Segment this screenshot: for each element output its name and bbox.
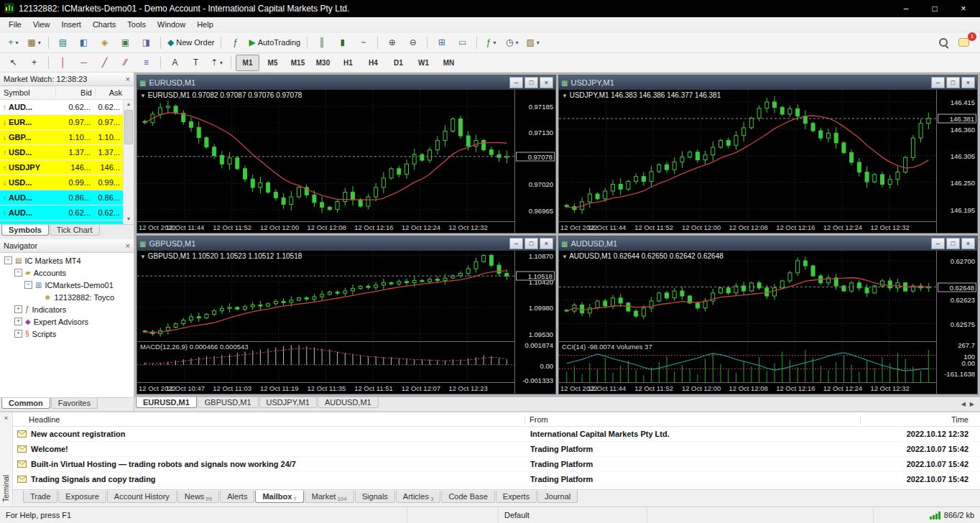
- arrows-button[interactable]: ⇡▾: [207, 55, 226, 71]
- mailbox-message-row[interactable]: Trading Signals and copy trading Trading…: [13, 472, 980, 487]
- mailbox-column-headers[interactable]: Headline From Time: [13, 412, 980, 427]
- column-symbol[interactable]: Symbol: [0, 88, 56, 97]
- autotrading-button[interactable]: ▶AutoTrading: [246, 34, 302, 51]
- chart-minimize-button[interactable]: –: [931, 238, 945, 249]
- terminal-tab-journal[interactable]: Journal: [537, 491, 578, 503]
- menu-file[interactable]: File: [3, 19, 27, 30]
- navigator-tab-common[interactable]: Common: [1, 398, 50, 409]
- navigator-tab-favorites[interactable]: Favorites: [51, 398, 98, 409]
- navigator-item-expert-advisors[interactable]: + ◆ Expert Advisors: [0, 315, 134, 328]
- horizontal-line-button[interactable]: ─: [74, 55, 93, 71]
- chart-minimize-button[interactable]: –: [509, 77, 523, 88]
- text-label-button[interactable]: T: [186, 55, 205, 71]
- mailbox-message-row[interactable]: New account registration International C…: [13, 427, 980, 442]
- indicator-pane[interactable]: CCI(14) -98.0074 Volumes 37: [559, 342, 936, 383]
- tree-expander-icon[interactable]: −: [24, 281, 32, 289]
- chart-plot-area[interactable]: ▼ USDJPY,M1 146.383 146.386 146.377 146.…: [559, 90, 936, 222]
- column-ask[interactable]: Ask: [96, 88, 134, 97]
- indicators-button[interactable]: ƒ▾: [481, 34, 501, 51]
- market-watch-tab-tick-chart[interactable]: Tick Chart: [50, 225, 100, 236]
- timeframe-m5[interactable]: M5: [261, 55, 285, 71]
- search-button[interactable]: [933, 34, 953, 51]
- chart-tab-audusd-m1[interactable]: AUDUSD,M1: [318, 397, 379, 408]
- market-watch-row-usdjpy[interactable]: ↑USDJPY 146... 146...: [0, 160, 123, 175]
- column-time[interactable]: Time: [861, 415, 980, 424]
- chart-tab-usdjpy-m1[interactable]: USDJPY,M1: [259, 397, 317, 408]
- expert-advisors-button[interactable]: ƒ: [226, 34, 245, 51]
- timeframe-m15[interactable]: M15: [286, 55, 310, 71]
- terminal-tab-signals[interactable]: Signals: [355, 491, 395, 503]
- templates-button[interactable]: ▨▾: [523, 34, 542, 51]
- column-headline[interactable]: Headline: [13, 415, 525, 424]
- terminal-close-button[interactable]: ×: [4, 415, 8, 422]
- price-axis[interactable]: 146.415146.360146.305146.250146.195146.3…: [936, 90, 977, 233]
- tabs-scroll-right-icon[interactable]: ▶: [970, 401, 974, 407]
- equidistant-channel-button[interactable]: ⁄⁄: [116, 55, 135, 71]
- chart-minimize-button[interactable]: –: [931, 77, 945, 88]
- timeframe-mn[interactable]: MN: [437, 55, 461, 71]
- market-watch-row-aud[interactable]: ↑AUD... 0.86... 0.86...: [0, 190, 123, 205]
- chart-close-button[interactable]: ×: [961, 238, 975, 249]
- price-axis[interactable]: 0.627000.626230.625750.62648267.71000.00…: [936, 251, 977, 394]
- price-axis[interactable]: 1.108701.104201.099801.095301.105180.001…: [514, 251, 555, 394]
- status-profile[interactable]: Default: [498, 507, 647, 523]
- text-button[interactable]: A: [165, 55, 185, 71]
- trendline-button[interactable]: ╱: [95, 55, 114, 71]
- market-watch-scrollbar[interactable]: ▲ ▼: [123, 100, 134, 224]
- navigator-item-ic-markets-mt4[interactable]: − ▤ IC Markets MT4: [0, 254, 134, 267]
- market-watch-tab-symbols[interactable]: Symbols: [1, 225, 49, 236]
- terminal-tab-articles[interactable]: Articles3: [396, 491, 441, 503]
- navigator-header[interactable]: Navigator ×: [0, 239, 134, 253]
- navigator-item-indicators[interactable]: + ƒ Indicators: [0, 303, 134, 315]
- chart-close-button[interactable]: ×: [961, 77, 975, 88]
- chart-close-button[interactable]: ×: [540, 238, 553, 249]
- chart-tab-gbpusd-m1[interactable]: GBPUSD,M1: [198, 397, 259, 408]
- tabs-scroll-left-icon[interactable]: ◀: [961, 401, 966, 407]
- timeframe-m1[interactable]: M1: [236, 55, 259, 71]
- navigator-button[interactable]: ◈: [95, 34, 114, 51]
- new-chart-button[interactable]: +▾: [4, 34, 23, 51]
- timeframe-w1[interactable]: W1: [412, 55, 435, 71]
- menu-help[interactable]: Help: [191, 19, 219, 30]
- chart-minimize-button[interactable]: –: [509, 238, 523, 249]
- menu-window[interactable]: Window: [152, 19, 191, 30]
- cascade-windows-button[interactable]: ▭: [453, 34, 472, 51]
- terminal-tab-alerts[interactable]: Alerts: [220, 491, 254, 503]
- market-watch-row-gbp[interactable]: ↓GBP... 1.10... 1.10...: [0, 130, 123, 145]
- market-watch-header[interactable]: Market Watch: 12:38:23 ×: [0, 73, 134, 86]
- chart-close-button[interactable]: ×: [540, 77, 553, 88]
- chart-restore-button[interactable]: □: [524, 77, 538, 88]
- market-watch-row-aud[interactable]: ↑AUD... 0.62... 0.62...: [0, 100, 123, 115]
- fibonacci-retracement-button[interactable]: ≡: [137, 55, 156, 71]
- window-minimize-button[interactable]: –: [901, 4, 911, 14]
- terminal-tab-mailbox[interactable]: Mailbox7: [255, 491, 303, 503]
- tree-expander-icon[interactable]: −: [4, 256, 12, 264]
- timeframe-m30[interactable]: M30: [311, 55, 335, 71]
- menu-tools[interactable]: Tools: [121, 19, 152, 30]
- scrollbar-thumb[interactable]: [124, 110, 133, 144]
- new-order-button[interactable]: ◆New Order: [165, 34, 216, 51]
- tree-expander-icon[interactable]: −: [14, 269, 22, 277]
- vertical-line-button[interactable]: │: [53, 55, 73, 71]
- chart-plot-area[interactable]: ▼ GBPUSD,M1 1.10520 1.10523 1.10512 1.10…: [137, 251, 514, 342]
- zoom-out-button[interactable]: ⊖: [403, 34, 422, 51]
- terminal-tab-market[interactable]: Market104: [305, 491, 354, 503]
- window-close-button[interactable]: ×: [958, 4, 969, 14]
- terminal-tab-trade[interactable]: Trade: [23, 491, 57, 503]
- chart-restore-button[interactable]: □: [524, 238, 538, 249]
- market-watch-close-button[interactable]: ×: [126, 75, 130, 83]
- mailbox-message-row[interactable]: Built-in Virtual Hosting — trading robot…: [13, 457, 980, 472]
- price-axis[interactable]: 0.971850.971300.970200.969650.97078: [514, 90, 555, 233]
- menu-view[interactable]: View: [27, 19, 56, 30]
- market-watch-row-eur[interactable]: ↓EUR... 0.97... 0.97...: [0, 115, 123, 130]
- data-window-button[interactable]: ◧: [74, 34, 93, 51]
- timeframe-h4[interactable]: H4: [361, 55, 385, 71]
- terminal-tab-exposure[interactable]: Exposure: [58, 491, 106, 503]
- crosshair-button[interactable]: +: [24, 55, 44, 71]
- chart-plot-area[interactable]: ▼ AUDUSD,M1 0.62644 0.62650 0.62642 0.62…: [559, 251, 936, 342]
- terminal-tab-experts[interactable]: Experts: [496, 491, 537, 503]
- periods-button[interactable]: ◷▾: [502, 34, 522, 51]
- scroll-up-icon[interactable]: ▲: [126, 100, 131, 108]
- navigator-item-accounts[interactable]: − ▰ Accounts: [0, 267, 134, 279]
- window-maximize-button[interactable]: □: [930, 4, 940, 14]
